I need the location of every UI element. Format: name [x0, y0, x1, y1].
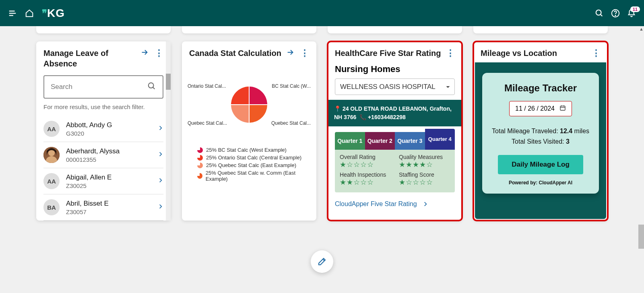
legend-label: 25% Quebec Stat Calc w. Comm (East Examp… [206, 170, 309, 182]
edit-fab[interactable] [311, 250, 333, 273]
daily-mileage-log-button[interactable]: Daily Mileage Log [498, 155, 583, 174]
svg-point-7 [149, 83, 154, 88]
card-healthcare-rating: HealthCare Five Star Rating ⋮ Nursing Ho… [328, 41, 462, 221]
card-menu-icon[interactable]: ⋮ [446, 48, 455, 58]
person-id: Z30057 [66, 208, 158, 215]
person-info: Abigail, Allen EZ30025 [66, 173, 158, 189]
notification-badge: 11 [630, 6, 640, 12]
location-icon: 📍 [334, 105, 341, 112]
open-icon[interactable] [140, 48, 149, 58]
card-menu-icon[interactable]: ⋮ [592, 48, 601, 58]
person-row[interactable]: BAAbril, Bisset EZ30057 [43, 194, 163, 221]
legend-dot-icon [197, 155, 203, 161]
date-value: 11 / 26 / 2024 [515, 105, 555, 112]
healthcare-subtitle: Nursing Homes [335, 64, 455, 74]
total-sites-line: Total Sites Visited: 3 [490, 138, 591, 145]
legend-label: 25% Ontario Stat Calc (Central Example) [206, 155, 301, 161]
person-info: Aberhardt, Alyssa000012355 [66, 147, 158, 163]
facility-select[interactable]: WELLNESS OASIS HOSPITAL [335, 78, 455, 95]
metric-label: Staffing Score [399, 171, 450, 178]
pie-label: Quebec Stat Cal... [271, 120, 311, 126]
total-mileage-line: Total Mileage Traveled: 12.4 miles [490, 128, 591, 135]
logo-dots-icon: ❞ [42, 8, 46, 19]
calendar-icon [559, 105, 566, 113]
star-rating: ★☆☆☆☆ [399, 178, 450, 187]
powered-by: Powered by: CloudApper AI [490, 180, 591, 186]
card-canada-stat: Canada Stat Calculation ⋮ Ontario Stat C… [182, 41, 316, 221]
card-title: Mileage vs Location [481, 48, 557, 58]
chevron-right-icon [158, 125, 163, 132]
card-manage-leave: Manage Leave of Absence ⋮ For more resul… [36, 41, 171, 221]
legend-label: 25% BC Stat Calc (West Example) [206, 147, 287, 153]
card-scrollbar-thumb[interactable] [166, 74, 171, 90]
person-name: Abigail, Allen E [66, 173, 158, 182]
phone-icon: 📞 [359, 114, 366, 120]
card-mileage: Mileage vs Location ⋮ Mileage Tracker 11… [473, 41, 608, 221]
person-row[interactable]: AAAbigail, Allen EZ30025 [43, 168, 163, 194]
tab-quarter-2[interactable]: Quarter 2 [365, 132, 395, 150]
search-input-wrap[interactable] [43, 75, 163, 99]
star-rating: ★★☆☆☆ [340, 178, 391, 187]
metric-label: Quality Measures [399, 154, 450, 160]
app-logo[interactable]: ❞ KG [42, 7, 65, 20]
pie-chart: Ontario Stat Cal... BC Stat Calc (W... Q… [189, 74, 309, 135]
avatar-initials: BA [43, 199, 60, 215]
svg-rect-12 [560, 106, 565, 110]
legend-item: 25% Quebec Stat Calc w. Comm (East Examp… [197, 170, 309, 182]
person-info: Abbott, Andy GG3020 [66, 121, 158, 137]
star-rating: ★★★★☆ [399, 160, 450, 169]
legend-item: 25% Ontario Stat Calc (Central Example) [197, 155, 309, 161]
person-row[interactable]: Aberhardt, Alyssa000012355 [43, 142, 163, 168]
person-name: Abril, Bisset E [66, 200, 158, 208]
app-header: ❞ KG 11 [0, 0, 644, 26]
header-left: ❞ KG [8, 7, 65, 20]
mileage-tracker-panel: Mileage Tracker 11 / 26 / 2024 Total Mil… [482, 73, 599, 194]
person-row[interactable]: AAAbbott, Andy GG3020 [43, 116, 163, 142]
svg-point-6 [615, 15, 615, 15]
chevron-right-icon [158, 151, 163, 159]
menu-icon[interactable] [8, 9, 17, 18]
person-name: Abbott, Andy G [66, 121, 158, 129]
card-title: Canada Stat Calculation [189, 48, 281, 58]
tab-quarter-1[interactable]: Quarter 1 [335, 132, 365, 150]
search-hint: For more results, use the search filter. [43, 103, 163, 110]
facility-phone: +16034482298 [368, 114, 406, 120]
pie-label: BC Stat Calc (W... [272, 83, 311, 89]
quarter-tabs: Quarter 1 Quarter 2 Quarter 3 Quarter 4 [335, 132, 455, 150]
chevron-right-icon [158, 204, 163, 211]
person-id: Z30025 [66, 182, 158, 189]
avatar-initials: AA [43, 173, 60, 189]
person-name: Aberhardt, Alyssa [66, 147, 158, 155]
avatar-photo [43, 147, 60, 163]
search-input[interactable] [51, 83, 143, 91]
home-icon[interactable] [25, 9, 34, 18]
person-id: 000012355 [66, 156, 158, 163]
search-icon[interactable] [595, 9, 604, 18]
card-scrollbar[interactable] [166, 41, 171, 221]
legend-item: 25% Quebec Stat Calc (East Example) [197, 162, 309, 168]
metric-label: Health Inspections [340, 171, 391, 178]
metrics-grid: Overall Rating ★☆☆☆☆ Quality Measures ★★… [335, 150, 455, 192]
star-rating: ★☆☆☆☆ [340, 160, 391, 169]
page-scroll-up-icon[interactable]: ▲ [639, 27, 644, 31]
pie-graphic [231, 87, 267, 123]
people-list: AAAbbott, Andy GG3020Aberhardt, Alyssa00… [43, 116, 163, 221]
card-menu-icon[interactable]: ⋮ [300, 48, 309, 58]
person-id: G3020 [66, 130, 158, 137]
date-input[interactable]: 11 / 26 / 2024 [509, 101, 572, 116]
tab-quarter-3[interactable]: Quarter 3 [395, 132, 425, 150]
pie-label: Ontario Stat Cal... [188, 83, 226, 89]
legend-dot-icon [197, 163, 203, 168]
tab-quarter-4[interactable]: Quarter 4 [425, 129, 455, 150]
notifications-icon[interactable]: 11 [627, 9, 636, 18]
open-icon[interactable] [286, 48, 295, 58]
card-menu-icon[interactable]: ⋮ [155, 48, 163, 58]
five-star-link[interactable]: CloudApper Five Star Rating [335, 200, 455, 208]
svg-line-8 [153, 87, 155, 89]
page-scrollbar-thumb[interactable] [638, 225, 644, 249]
person-info: Abril, Bisset EZ30057 [66, 200, 158, 215]
help-icon[interactable] [611, 9, 620, 18]
dashboard-grid: Manage Leave of Absence ⋮ For more resul… [0, 29, 644, 233]
chart-legend: 25% BC Stat Calc (West Example)25% Ontar… [189, 147, 309, 182]
pie-label: Quebec Stat Cal... [188, 120, 227, 126]
